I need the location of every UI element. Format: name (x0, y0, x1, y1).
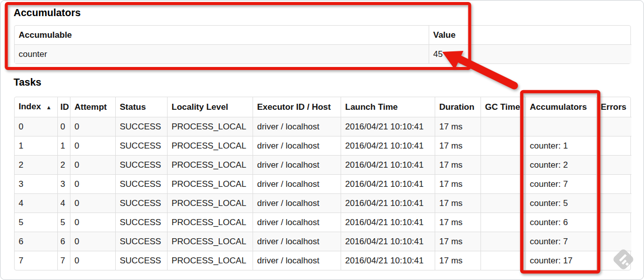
cell-locality: PROCESS_LOCAL (167, 136, 253, 155)
cell-duration: 17 ms (435, 213, 480, 232)
status-column-header[interactable]: Status (115, 97, 167, 117)
gc-time-column-header[interactable]: GC Time (480, 97, 525, 117)
tasks-table: Index▲ ID Attempt Status Locality Level … (14, 97, 631, 270)
cell-attempt: 0 (70, 155, 115, 174)
errors-column-header[interactable]: Errors (596, 97, 631, 117)
cell-launch-time: 2016/04/21 10:10:41 (341, 213, 435, 232)
index-header-label: Index (19, 102, 41, 111)
cell-id: 1 (57, 136, 70, 155)
cell-status: SUCCESS (115, 232, 167, 251)
cell-status: SUCCESS (115, 174, 167, 193)
cell-status: SUCCESS (115, 117, 167, 136)
cell-launch-time: 2016/04/21 10:10:41 (341, 193, 435, 213)
cell-id: 6 (57, 232, 70, 251)
cell-locality: PROCESS_LOCAL (167, 213, 253, 232)
launch-time-column-header[interactable]: Launch Time (341, 97, 435, 117)
cell-accumulators: counter: 5 (525, 193, 596, 213)
id-column-header[interactable]: ID (57, 97, 70, 117)
cell-duration: 17 ms (435, 251, 480, 270)
cell-gc-time (480, 117, 525, 136)
cell-errors (596, 193, 631, 213)
cell-launch-time: 2016/04/21 10:10:41 (341, 155, 435, 174)
cell-locality: PROCESS_LOCAL (167, 232, 253, 251)
accumulator-row: counter 45 (15, 44, 631, 63)
task-row: 3 3 0 SUCCESS PROCESS_LOCAL driver / loc… (15, 174, 631, 193)
task-row: 6 6 0 SUCCESS PROCESS_LOCAL driver / loc… (15, 232, 631, 251)
cell-executor: driver / localhost (253, 174, 341, 193)
cell-index: 3 (15, 174, 57, 193)
cell-executor: driver / localhost (253, 193, 341, 213)
cell-index: 1 (15, 136, 57, 155)
accumulators-heading: Accumulators (14, 7, 80, 19)
cell-locality: PROCESS_LOCAL (167, 117, 253, 136)
cell-launch-time: 2016/04/21 10:10:41 (341, 136, 435, 155)
cell-gc-time (480, 136, 525, 155)
cell-index: 2 (15, 155, 57, 174)
cell-accumulators: counter: 6 (525, 213, 596, 232)
cell-attempt: 0 (70, 136, 115, 155)
cell-id: 5 (57, 213, 70, 232)
duration-column-header[interactable]: Duration (435, 97, 480, 117)
cell-index: 4 (15, 193, 57, 213)
accumulators-header-row: Accumulable Value (15, 26, 631, 44)
cell-duration: 17 ms (435, 232, 480, 251)
cell-id: 4 (57, 193, 70, 213)
task-row: 0 0 0 SUCCESS PROCESS_LOCAL driver / loc… (15, 117, 631, 136)
cell-id: 0 (57, 117, 70, 136)
cell-accumulators: counter: 1 (525, 136, 596, 155)
accumulators-table: Accumulable Value counter 45 (14, 25, 631, 64)
cell-attempt: 0 (70, 174, 115, 193)
accumulators-column-header[interactable]: Accumulators (525, 97, 596, 117)
cell-accumulators: counter: 7 (525, 232, 596, 251)
cell-launch-time: 2016/04/21 10:10:41 (341, 117, 435, 136)
task-row: 1 1 0 SUCCESS PROCESS_LOCAL driver / loc… (15, 136, 631, 155)
cell-executor: driver / localhost (253, 136, 341, 155)
task-row: 7 7 0 SUCCESS PROCESS_LOCAL driver / loc… (15, 251, 631, 270)
locality-level-column-header[interactable]: Locality Level (167, 97, 253, 117)
cell-locality: PROCESS_LOCAL (167, 193, 253, 213)
cell-errors (596, 155, 631, 174)
cell-executor: driver / localhost (253, 155, 341, 174)
cell-gc-time (480, 193, 525, 213)
cell-accumulators: counter: 2 (525, 155, 596, 174)
cell-attempt: 0 (70, 251, 115, 270)
cell-launch-time: 2016/04/21 10:10:41 (341, 232, 435, 251)
accumulable-column-header: Accumulable (15, 26, 429, 44)
accumulable-name-cell: counter (15, 44, 429, 63)
cell-errors (596, 213, 631, 232)
task-row: 4 4 0 SUCCESS PROCESS_LOCAL driver / loc… (15, 193, 631, 213)
cell-index: 7 (15, 251, 57, 270)
cell-id: 3 (57, 174, 70, 193)
value-column-header: Value (429, 26, 631, 44)
cell-id: 2 (57, 155, 70, 174)
attempt-column-header[interactable]: Attempt (70, 97, 115, 117)
cell-duration: 17 ms (435, 117, 480, 136)
tasks-header-row: Index▲ ID Attempt Status Locality Level … (15, 97, 631, 117)
index-column-header[interactable]: Index▲ (15, 97, 57, 117)
cell-duration: 17 ms (435, 193, 480, 213)
task-row: 5 5 0 SUCCESS PROCESS_LOCAL driver / loc… (15, 213, 631, 232)
accumulable-value-cell: 45 (429, 44, 631, 63)
cell-errors (596, 136, 631, 155)
cell-accumulators: counter: 7 (525, 174, 596, 193)
cell-attempt: 0 (70, 213, 115, 232)
task-row: 2 2 0 SUCCESS PROCESS_LOCAL driver / loc… (15, 155, 631, 174)
cell-errors (596, 251, 631, 270)
cell-index: 5 (15, 213, 57, 232)
executor-id-host-column-header[interactable]: Executor ID / Host (253, 97, 341, 117)
tasks-heading: Tasks (14, 76, 41, 88)
cell-errors (596, 117, 631, 136)
cell-gc-time (480, 155, 525, 174)
cell-index: 6 (15, 232, 57, 251)
cell-status: SUCCESS (115, 213, 167, 232)
cell-status: SUCCESS (115, 136, 167, 155)
cell-gc-time (480, 174, 525, 193)
cell-executor: driver / localhost (253, 117, 341, 136)
cell-errors (596, 232, 631, 251)
cell-locality: PROCESS_LOCAL (167, 251, 253, 270)
cell-locality: PROCESS_LOCAL (167, 174, 253, 193)
spark-ui-stage-page: Accumulators Accumulable Value counter 4… (0, 0, 644, 280)
cell-errors (596, 174, 631, 193)
cell-status: SUCCESS (115, 193, 167, 213)
sort-ascending-icon: ▲ (46, 104, 51, 110)
